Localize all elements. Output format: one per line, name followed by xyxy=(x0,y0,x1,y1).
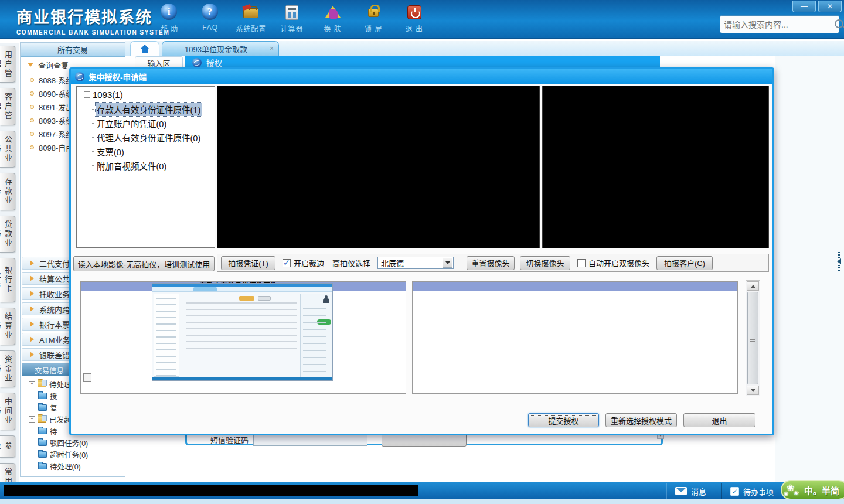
bullet-icon xyxy=(30,118,34,122)
reset-camera-button[interactable]: 重置摄像头 xyxy=(467,256,515,270)
right-side-panel xyxy=(775,56,844,482)
collapsed-arrow-icon xyxy=(30,306,34,312)
tree-item-timeout-tasks[interactable]: 超时任务(0) xyxy=(21,448,125,460)
scanner-select[interactable]: 北辰德 xyxy=(377,257,454,269)
sms-label: 短信验证码 xyxy=(210,434,249,445)
collapsed-arrow-icon xyxy=(30,275,34,281)
exit-button[interactable]: 退 出 xyxy=(396,4,433,33)
person-icon xyxy=(323,295,329,303)
faq-button[interactable]: ? FAQ xyxy=(192,4,229,33)
calculator-button[interactable]: 计算器 xyxy=(274,4,310,33)
dropdown-arrow-icon xyxy=(443,258,452,268)
camera-feed-document xyxy=(217,86,540,248)
doc-tree-item-av-file[interactable]: 附加音视频文件(0) xyxy=(86,158,215,172)
collapse-icon[interactable]: - xyxy=(29,381,35,387)
reselect-auth-mode-button[interactable]: 重新选择授权模式 xyxy=(605,413,677,427)
collapsed-arrow-icon xyxy=(30,352,34,357)
crop-edges-label: 开启裁边 xyxy=(294,257,324,268)
doc-tree-children: 存款人有效身份证件原件(1) 开立账户的凭证(0) 代理人有效身份证件原件(0)… xyxy=(86,102,215,172)
folder-icon xyxy=(38,404,47,411)
preview-scrollbar[interactable] xyxy=(746,280,760,396)
bullet-icon xyxy=(30,145,34,149)
app-window: 商业银行模拟系统 COMMERCIAL BANK SIMULATION SYST… xyxy=(0,0,844,504)
folder-icon xyxy=(38,440,47,446)
doc-tree-root[interactable]: - 1093(1) xyxy=(77,87,215,102)
tree-item-rejected-tasks[interactable]: 驳回任务(0) xyxy=(21,437,125,448)
tab-1093-cash-withdrawal[interactable]: 1093单位现金取款 × xyxy=(162,41,279,56)
toolbox-icon xyxy=(242,4,260,21)
collapsed-arrow-icon xyxy=(30,336,34,342)
folder-icon xyxy=(38,416,46,423)
module-tab-bankcard[interactable]: 银行卡业务 xyxy=(0,258,15,302)
module-tab-intermediate[interactable]: 中间业务 xyxy=(0,393,15,430)
faq-icon: ? xyxy=(202,4,219,21)
submit-authorization-button[interactable]: 提交授权 xyxy=(528,413,599,427)
grip-dots-icon xyxy=(838,265,840,271)
module-tab-public[interactable]: 公共业务 xyxy=(0,131,15,168)
folder-icon xyxy=(38,463,47,469)
search-input[interactable] xyxy=(720,20,833,29)
image-select-checkbox[interactable] xyxy=(83,373,91,382)
tab-close-icon[interactable]: × xyxy=(270,45,274,53)
grip-dots-icon xyxy=(838,252,840,258)
dialog-titlebar[interactable]: 集中授权-申请端 xyxy=(71,69,772,84)
global-search xyxy=(720,15,839,33)
camera-controls-strip: 拍摄凭证(T) 开启裁边 高拍仪选择 北辰德 重置摄像头 切换摄像头 自动开启双… xyxy=(217,254,769,272)
globe-icon xyxy=(75,72,84,81)
module-tab-user[interactable]: 用户管理 xyxy=(0,46,15,83)
system-config-button[interactable]: 系统配置 xyxy=(233,4,269,33)
module-tab-settlement[interactable]: 结算业务 xyxy=(0,308,15,345)
doc-tree-item-agent-id[interactable]: 代理人有效身份证件原件(0) xyxy=(86,130,215,144)
header-toolbar: i 帮 助 ? FAQ 系统配置 计算器 换 肤 锁 屏 xyxy=(151,4,433,33)
collapse-icon[interactable]: - xyxy=(84,91,90,98)
shirt-icon xyxy=(324,4,342,21)
dialog-exit-button[interactable]: 退出 xyxy=(683,413,755,427)
switch-camera-button[interactable]: 切换摄像头 xyxy=(520,256,570,270)
doc-tree-item-account-voucher[interactable]: 开立账户的凭证(0) xyxy=(86,116,215,130)
captured-image-thumbnail[interactable] xyxy=(152,283,333,381)
bullet-icon xyxy=(30,78,34,82)
globe-icon xyxy=(192,58,202,67)
module-tab-deposit[interactable]: 存款业务 xyxy=(0,173,15,210)
shoot-customer-button[interactable]: 拍摄客户(C) xyxy=(656,256,713,270)
messages-button[interactable]: 消息 xyxy=(675,482,706,500)
change-skin-button[interactable]: 换 肤 xyxy=(315,4,351,33)
lock-icon xyxy=(365,4,382,21)
module-tab-customer[interactable]: 客户管理 xyxy=(0,88,15,125)
doc-tree-item-cheque[interactable]: 支票(0) xyxy=(86,144,215,158)
panel-collapse-handle[interactable] xyxy=(836,252,842,273)
checkbox-check-icon: ✓ xyxy=(730,487,739,496)
crop-edges-checkbox[interactable] xyxy=(283,259,291,267)
help-button[interactable]: i 帮 助 xyxy=(151,4,188,33)
bullet-icon xyxy=(30,91,34,96)
collapse-icon[interactable]: - xyxy=(29,416,35,423)
home-tab[interactable] xyxy=(130,41,159,56)
collapsed-arrow-icon xyxy=(30,321,34,327)
all-trades-tab[interactable]: 所有交易 xyxy=(21,43,125,57)
scroll-up-icon[interactable] xyxy=(747,281,759,291)
minimize-button[interactable]: — xyxy=(792,1,816,12)
todo-button[interactable]: ✓ 待办事项 xyxy=(730,482,774,500)
close-button[interactable]: ✕ xyxy=(818,1,842,12)
calculator-icon xyxy=(283,4,301,21)
search-icon[interactable] xyxy=(833,18,836,31)
folder-icon xyxy=(38,428,47,434)
shoot-document-button[interactable]: 拍摄凭证(T) xyxy=(221,256,275,270)
module-tab-params[interactable]: 参数 xyxy=(0,435,15,458)
collapsed-arrow-icon xyxy=(30,291,34,297)
flower-icon: ❀ xyxy=(784,491,788,497)
module-tab-funds[interactable]: 资金业务 xyxy=(0,350,15,387)
scrollbar-thumb[interactable] xyxy=(747,292,758,384)
window-controls: — ✕ xyxy=(792,1,842,12)
scroll-down-icon[interactable] xyxy=(747,386,759,395)
power-icon xyxy=(406,4,423,21)
app-header: 商业银行模拟系统 COMMERCIAL BANK SIMULATION SYST… xyxy=(0,0,844,39)
lock-screen-button[interactable]: 锁 屏 xyxy=(355,4,392,33)
auto-dual-camera-checkbox[interactable] xyxy=(577,259,586,267)
module-tab-loan[interactable]: 贷款业务 xyxy=(0,216,15,253)
doc-tree-item-depositor-id[interactable]: 存款人有效身份证件原件(1) xyxy=(86,102,215,116)
tree-item-pending-tasks[interactable]: 待处理(0) xyxy=(21,460,125,472)
load-local-image-button[interactable]: 读入本地影像-无高拍仪，培训测试使用 xyxy=(73,256,215,271)
folder-icon xyxy=(38,451,47,458)
app-logo: 商业银行模拟系统 COMMERCIAL BANK SIMULATION SYST… xyxy=(16,5,169,36)
